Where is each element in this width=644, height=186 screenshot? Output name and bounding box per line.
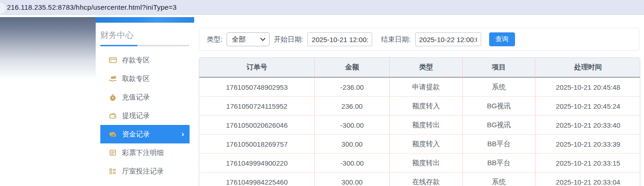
- sidebar-finance-center: 财务中心 存款专区 取款专区 ¥ 充值记录 提现记录: [96, 17, 194, 186]
- sidebar-item-label: 取款专区: [122, 74, 150, 83]
- lottery-detail-icon: [109, 149, 117, 157]
- recharge-moneybag-icon: ¥: [109, 93, 117, 101]
- end-date-label: 结束日期:: [381, 35, 411, 44]
- type-select[interactable]: 全部: [227, 32, 270, 46]
- amount-cell: 300.00: [315, 135, 390, 154]
- type-select-value: 全部: [232, 35, 245, 44]
- sidebar-item-deposit-zone[interactable]: 存款专区: [100, 51, 190, 69]
- url-text: 216.118.235.52:8783/hhcp/usercenter.html…: [7, 3, 177, 11]
- withdraw-hand-icon: [109, 74, 117, 83]
- table-row: 1761050018269757 300.00 额度转入 BB平台 2025-1…: [199, 135, 640, 154]
- sidebar-item-withdraw-zone[interactable]: 取款专区: [100, 69, 190, 88]
- sidebar-item-recharge-records[interactable]: ¥ 充值记录: [100, 88, 190, 106]
- background-banner: [0, 17, 96, 82]
- project-cell: BG视讯: [463, 97, 535, 116]
- table-row: 1761049984225460 300.00 在线存款 系统 2025-10-…: [199, 173, 640, 186]
- sidebar-item-label: 充值记录: [122, 93, 150, 102]
- browser-address-bar[interactable]: 216.118.235.52:8783/hhcp/usercenter.html…: [0, 0, 644, 15]
- sidebar-item-label: 存款专区: [122, 56, 150, 65]
- records-table-wrap: 订单号 金额 类型 项目 处理时间 1761050748902953 -236.…: [199, 57, 640, 186]
- funds-record-icon: [109, 130, 117, 138]
- sidebar-title-underline: [100, 45, 189, 46]
- time-cell: 2025-10-21 20:45:48: [535, 78, 640, 97]
- sidebar-item-withdrawal-records[interactable]: 提现记录: [100, 106, 190, 125]
- chevron-right-icon: ›: [182, 130, 184, 138]
- records-table: 订单号 金额 类型 项目 处理时间 1761050748902953 -236.…: [199, 58, 640, 186]
- sidebar-item-hall-bet-records[interactable]: 厅室投注记录: [100, 162, 190, 180]
- amount-cell: -300.00: [315, 154, 390, 173]
- amount-cell: -236.00: [315, 78, 390, 97]
- type-cell: 申请提款: [390, 78, 463, 97]
- end-date-input[interactable]: [415, 32, 481, 46]
- header-process-time: 处理时间: [535, 58, 640, 78]
- order-id-cell: 1761050018269757: [199, 135, 315, 154]
- project-cell: BB平台: [463, 154, 535, 173]
- project-cell: 系统: [463, 78, 535, 97]
- sidebar-item-funds-records[interactable]: 资金记录 ›: [100, 125, 190, 143]
- time-cell: 2025-10-21 20:33:40: [535, 116, 640, 135]
- amount-cell: 236.00: [315, 97, 390, 116]
- time-cell: 2025-10-21 20:33:39: [535, 135, 640, 154]
- sidebar-item-player-bet-report[interactable]: 玩家投注报表: [100, 180, 190, 186]
- hall-bet-list-icon: [109, 167, 117, 175]
- filter-panel: 类型: 全部 开始日期: 结束日期: 查询: [199, 28, 639, 51]
- browser-button-icon: [0, 2, 6, 14]
- type-cell: 额度转入: [390, 97, 463, 116]
- table-header-row: 订单号 金额 类型 项目 处理时间: [199, 58, 640, 78]
- header-order-id: 订单号: [199, 58, 315, 78]
- sidebar-title: 财务中心: [100, 29, 194, 41]
- type-label: 类型:: [207, 35, 222, 44]
- sidebar-menu: 存款专区 取款专区 ¥ 充值记录 提现记录 资金记录 ›: [96, 51, 194, 186]
- order-id-cell: 1761049994900220: [199, 154, 315, 173]
- order-id-cell: 1761050020626046: [199, 116, 315, 135]
- search-button[interactable]: 查询: [489, 32, 515, 46]
- type-cell: 额度转出: [390, 116, 463, 135]
- header-amount: 金额: [315, 58, 390, 78]
- time-cell: 2025-10-21 20:45:24: [535, 97, 640, 116]
- project-cell: BB平台: [463, 135, 535, 154]
- table-row: 1761050748902953 -236.00 申请提款 系统 2025-10…: [199, 78, 640, 97]
- start-date-label: 开始日期:: [274, 35, 303, 44]
- amount-cell: 300.00: [315, 173, 390, 186]
- table-row: 1761050724115952 236.00 额度转入 BG视讯 2025-1…: [199, 97, 640, 116]
- sidebar-item-label: 提现记录: [122, 112, 150, 120]
- type-cell: 额度转出: [390, 154, 463, 173]
- chevron-down-icon: [260, 38, 265, 41]
- deposit-card-icon: [109, 56, 117, 64]
- project-cell: BG视讯: [463, 116, 535, 135]
- order-id-cell: 1761049984225460: [199, 173, 315, 186]
- start-date-input[interactable]: [307, 32, 372, 46]
- withdrawal-wallet-icon: [109, 112, 117, 120]
- header-type: 类型: [390, 58, 463, 78]
- type-cell: 额度转入: [390, 135, 463, 154]
- project-cell: 系统: [463, 173, 535, 186]
- sidebar-top-strip: [96, 17, 194, 23]
- sidebar-item-label: 彩票下注明细: [122, 149, 164, 157]
- table-row: 1761050020626046 -300.00 额度转出 BG视讯 2025-…: [199, 116, 640, 135]
- time-cell: 2025-10-21 20:33:04: [535, 173, 640, 186]
- time-cell: 2025-10-21 20:33:15: [535, 154, 640, 173]
- order-id-cell: 1761050724115952: [199, 97, 315, 116]
- type-cell: 在线存款: [390, 173, 463, 186]
- order-id-cell: 1761050748902953: [199, 78, 315, 97]
- sidebar-item-lottery-bet-details[interactable]: 彩票下注明细: [100, 143, 190, 162]
- sidebar-item-label: 厅室投注记录: [122, 167, 164, 176]
- sidebar-item-label: 资金记录: [122, 130, 150, 139]
- table-row: 1761049994900220 -300.00 额度转出 BB平台 2025-…: [199, 154, 640, 173]
- svg-text:¥: ¥: [112, 96, 114, 99]
- header-project: 项目: [463, 58, 535, 78]
- amount-cell: -300.00: [315, 116, 390, 135]
